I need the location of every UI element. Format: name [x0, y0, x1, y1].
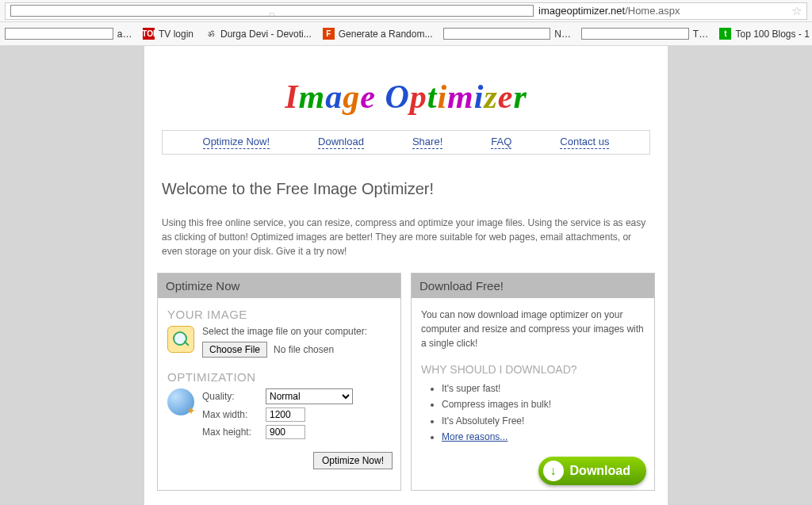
bookmark-star-icon[interactable]: ☆ — [791, 4, 802, 18]
list-item: It's super fast! — [442, 381, 645, 396]
nav-faq[interactable]: FAQ — [491, 136, 511, 149]
page-icon — [443, 28, 550, 40]
page-title: Welcome to the Free Image Optimizer! — [162, 180, 650, 198]
magnifier-icon — [167, 326, 194, 353]
f-icon: F — [323, 28, 335, 40]
quality-select[interactable]: Normal — [266, 388, 353, 404]
max-height-input[interactable] — [266, 425, 305, 439]
bookmark-item[interactable]: TOITV login — [143, 28, 193, 40]
max-height-label: Max height: — [202, 427, 259, 438]
site-logo: Image Optimizer — [285, 78, 527, 116]
download-button[interactable]: ↓ Download — [538, 457, 646, 485]
why-download-heading: WHY SHOULD I DOWNLOAD? — [421, 363, 645, 376]
url-text: imageoptimizer.net/Home.aspx — [538, 5, 787, 17]
list-item: More reasons... — [442, 429, 645, 445]
gear-icon — [167, 388, 194, 415]
browser-address-bar: □ imageoptimizer.net/Home.aspx ☆ — [0, 0, 812, 22]
download-panel-header: Download Free! — [412, 274, 654, 298]
logo-area: Image Optimizer — [154, 54, 658, 130]
main-nav: Optimize Now! Download Share! FAQ Contac… — [162, 130, 650, 155]
bookmark-item[interactable]: FGenerate a Random... — [323, 28, 433, 40]
optimization-heading: OPTIMIZATION — [167, 370, 391, 384]
url-host: imageoptimizer.net — [538, 5, 625, 17]
nav-contact[interactable]: Contact us — [560, 136, 609, 149]
panels-row: Optimize Now YOUR IMAGE Select the image… — [154, 273, 658, 491]
bookmark-label: Nasdaq filed for $42... — [554, 29, 570, 40]
bookmark-item[interactable]: Nasdaq filed for $42... — [443, 28, 570, 40]
list-item: It's Absolutely Free! — [442, 413, 645, 429]
bookmark-label: Top 100 Blogs - 1 to... — [735, 29, 812, 40]
optimize-panel: Optimize Now YOUR IMAGE Select the image… — [157, 273, 401, 491]
reasons-list: It's super fast! Compress images in bulk… — [421, 381, 645, 446]
more-reasons-link[interactable]: More reasons... — [442, 431, 508, 442]
bookmark-label: Generate a Random... — [339, 29, 433, 40]
page-content: Image Optimizer Optimize Now! Download S… — [144, 46, 668, 505]
optimize-panel-body: YOUR IMAGE Select the image file on your… — [158, 298, 400, 452]
toi-icon: TOI — [143, 28, 155, 40]
bookmark-label: Durga Devi - Devoti... — [220, 29, 312, 40]
viewport: Image Optimizer Optimize Now! Download S… — [0, 46, 812, 505]
bookmark-item[interactable]: The Real News Net... — [581, 28, 708, 40]
page-icon — [581, 28, 688, 40]
choose-file-button[interactable]: Choose File — [202, 342, 267, 358]
bookmark-label: The Real News Net... — [693, 29, 709, 40]
green-icon: t — [719, 28, 731, 40]
nav-download[interactable]: Download — [318, 136, 364, 149]
bookmark-item[interactable]: tTop 100 Blogs - 1 to... — [719, 28, 812, 40]
max-width-input[interactable] — [266, 407, 305, 422]
your-image-row: Select the image file on your computer: … — [167, 326, 391, 358]
antler-icon: ॐ — [205, 28, 216, 40]
intro-text: Using this free online service, you can … — [162, 216, 650, 258]
intro-section: Welcome to the Free Image Optimizer! Usi… — [154, 155, 658, 273]
bookmarks-bar: acebook defends ... TOITV login ॐDurga D… — [0, 22, 812, 46]
list-item: Compress images in bulk! — [442, 396, 645, 412]
bookmark-item[interactable]: acebook defends ... — [5, 28, 132, 40]
download-arrow-icon: ↓ — [543, 461, 564, 481]
download-panel-body: You can now download image optimizer on … — [412, 298, 654, 452]
optimize-now-button[interactable]: Optimize Now! — [313, 452, 393, 469]
page-icon — [5, 28, 113, 40]
your-image-heading: YOUR IMAGE — [167, 308, 391, 321]
optimize-panel-header: Optimize Now — [158, 274, 400, 298]
download-panel: Download Free! You can now download imag… — [411, 273, 655, 491]
nav-share[interactable]: Share! — [412, 136, 442, 149]
max-width-label: Max width: — [202, 409, 259, 420]
bookmark-item[interactable]: ॐDurga Devi - Devoti... — [205, 28, 312, 40]
file-chosen-text: No file chosen — [274, 344, 334, 355]
select-image-text: Select the image file on your computer: — [202, 326, 391, 337]
bookmark-label: TV login — [159, 29, 193, 40]
nav-optimize-now[interactable]: Optimize Now! — [203, 136, 270, 149]
page-icon: □ — [10, 5, 534, 17]
bookmark-label: acebook defends ... — [117, 29, 132, 40]
quality-label: Quality: — [202, 391, 259, 402]
url-path: /Home.aspx — [625, 5, 680, 17]
download-text: You can now download image optimizer on … — [421, 308, 645, 350]
url-input[interactable]: □ imageoptimizer.net/Home.aspx ☆ — [5, 2, 807, 20]
download-button-label: Download — [570, 464, 630, 478]
optimization-row: Quality: Normal Max width: Max height: — [167, 388, 391, 442]
